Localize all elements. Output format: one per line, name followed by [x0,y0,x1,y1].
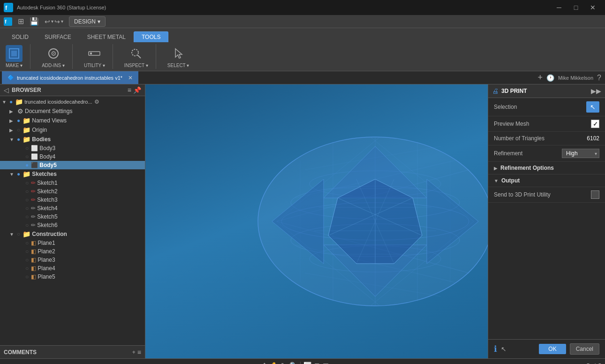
window-controls: ─ □ ✕ [551,0,601,15]
output-section-header[interactable]: ▼ Output [488,174,605,187]
refinement-options-header[interactable]: ▶ Refinement Options [488,162,605,174]
minimize-button[interactable]: ─ [551,0,567,15]
maximize-button[interactable]: □ [567,0,584,15]
tree-item-sketch3[interactable]: ○ ✏ Sketch3 [0,196,145,204]
tree-item-sketch6[interactable]: ○ ✏ Sketch6 [0,221,145,229]
tree-item-sketch2[interactable]: ○ ✏ Sketch2 [0,187,145,196]
body4-eye-icon[interactable]: ○ [25,153,29,160]
doc-tab-close[interactable]: ✕ [128,75,133,81]
status-move-icon[interactable]: ✥ [262,362,267,364]
select-button[interactable]: SELECT [166,44,191,69]
browser-menu-icon[interactable]: ≡ [128,86,131,94]
sketch2-eye-icon[interactable]: ○ [25,188,29,195]
preview-mesh-checkbox[interactable]: ✓ [591,120,599,128]
tree-item-construction[interactable]: ▼ ○ 📁 Construction [0,229,145,239]
tree-item-plane1[interactable]: ○ ◧ Plane1 [0,239,145,247]
document-tab[interactable]: 🔷 truncated icosidodecahedron instructab… [2,71,138,84]
root-settings-icon[interactable]: ⚙ [94,99,99,105]
selection-button[interactable]: ↖ [586,101,599,113]
tree-item-sketch1[interactable]: ○ ✏ Sketch1 [0,179,145,187]
tree-item-doc-settings[interactable]: ▶ ⚙ Document Settings [0,106,145,116]
ok-button[interactable]: OK [539,344,566,354]
sketch1-eye-icon[interactable]: ○ [25,180,29,186]
tree-item-sketch4[interactable]: ○ ✏ Sketch4 [0,204,145,212]
undo-button[interactable]: ↩ [45,18,50,25]
make-button[interactable]: MAKE [4,44,24,69]
tree-item-bodies[interactable]: ▼ ● 📁 Bodies [0,135,145,144]
body5-eye-icon[interactable]: ● [25,162,29,168]
root-eye-icon[interactable]: ● [9,99,13,105]
redo-button[interactable]: ↪ [54,18,60,25]
status-display-icon[interactable]: ⬜ [303,362,311,364]
tree-item-named-views[interactable]: ▶ ● 📁 Named Views [0,116,145,125]
tree-item-body3[interactable]: ○ ⬜ Body3 [0,144,145,152]
help-button[interactable]: ? [597,74,601,82]
panel-preview-mesh-row: Preview Mesh ✓ [488,116,605,132]
sketch5-eye-icon[interactable]: ○ [25,213,29,220]
plane4-eye-icon[interactable]: ○ [25,265,29,272]
tree-item-origin[interactable]: ▶ ○ 📁 Origin [0,125,145,135]
status-zoom-icon[interactable]: 🔍 [289,362,297,364]
new-button[interactable]: ⊞ [16,16,26,27]
tree-item-sketch5[interactable]: ○ ✏ Sketch5 [0,212,145,221]
tree-item-body5[interactable]: ● ⬛ Body5 [0,161,145,169]
toolbar: f ⊞ 💾 ↩ ▾ ↪ ▾ DESIGN ▾ SOLID SURFACE SHE… [0,15,605,71]
plane2-eye-icon[interactable]: ○ [25,248,29,255]
tree-item-plane2[interactable]: ○ ◧ Plane2 [0,247,145,256]
sketch6-eye-icon[interactable]: ○ [25,222,29,228]
save-button[interactable]: 💾 [28,16,41,27]
utility-button[interactable]: UTILITY [82,44,107,69]
utility-section: UTILITY [82,44,113,69]
send-utility-label: Send to 3D Print Utility [494,191,591,198]
browser-pin-icon[interactable]: 📌 [133,86,141,94]
panel-footer: ℹ ↖ OK Cancel [488,339,605,358]
plane1-eye-icon[interactable]: ○ [25,240,29,246]
inspect-button[interactable]: INSPECT [122,44,150,69]
undo-arrow[interactable]: ▾ [51,19,53,24]
redo-arrow[interactable]: ▾ [61,19,63,24]
tree-root-item[interactable]: ▼ ● 📁 truncated icosidodecahedro... ⚙ [0,97,145,106]
status-grid2-icon[interactable]: ▦ [323,362,329,364]
construction-eye-icon[interactable]: ○ [17,231,20,237]
origin-eye-icon[interactable]: ○ [17,127,20,133]
status-orbit-icon[interactable]: ↻ [281,362,287,364]
status-pan-icon[interactable]: ✋ [270,362,278,364]
tree-item-plane5[interactable]: ○ ◧ Plane5 [0,273,145,281]
triangles-label: Number of Triangles [494,135,587,142]
new-tab-button[interactable]: + [537,73,543,83]
addins-button[interactable]: ⚙ ADD-INS [40,44,67,69]
browser-title: BROWSER [12,87,128,93]
root-folder-icon: 📁 [15,98,23,106]
tree-item-plane4[interactable]: ○ ◧ Plane4 [0,264,145,273]
cancel-button[interactable]: Cancel [570,343,599,355]
refinement-dropdown[interactable]: High ▾ [562,149,599,158]
design-label: DESIGN [74,18,96,25]
tree-item-sketches[interactable]: ▼ ● 📁 Sketches [0,169,145,179]
sketch4-eye-icon[interactable]: ○ [25,205,29,212]
body3-eye-icon[interactable]: ○ [25,145,29,152]
tab-sheet-metal[interactable]: SHEET METAL [79,31,134,42]
named-views-eye-icon[interactable]: ● [17,117,20,124]
bodies-eye-icon[interactable]: ● [17,136,20,143]
sketches-eye-icon[interactable]: ● [17,171,20,177]
origin-arrow-icon: ▶ [9,128,16,133]
send-utility-checkbox[interactable] [591,190,599,199]
clock-icon[interactable]: 🕐 [546,74,554,82]
tab-surface[interactable]: SURFACE [37,31,79,42]
tree-item-plane3[interactable]: ○ ◧ Plane3 [0,256,145,264]
close-button[interactable]: ✕ [584,0,601,15]
tree-item-body4[interactable]: ○ ⬜ Body4 [0,152,145,161]
design-btn[interactable]: DESIGN ▾ [69,16,106,27]
panel-title: 3D PRINT [501,88,591,94]
tab-solid[interactable]: SOLID [4,31,37,42]
plane5-eye-icon[interactable]: ○ [25,273,29,280]
doc-tab-title: truncated icosidodecahedron instructable… [17,75,122,81]
collapse-browser-icon[interactable]: ◁ [4,86,9,94]
sketch3-eye-icon[interactable]: ○ [25,197,29,203]
plane3-eye-icon[interactable]: ○ [25,257,29,263]
panel-expand-icon[interactable]: ▶▶ [591,87,601,95]
comments-expand-icon[interactable]: + [132,349,136,356]
status-grid-icon[interactable]: ⊞ [314,362,320,364]
tab-tools[interactable]: TOOLS [134,31,168,42]
comments-menu-icon[interactable]: ≡ [137,349,141,356]
